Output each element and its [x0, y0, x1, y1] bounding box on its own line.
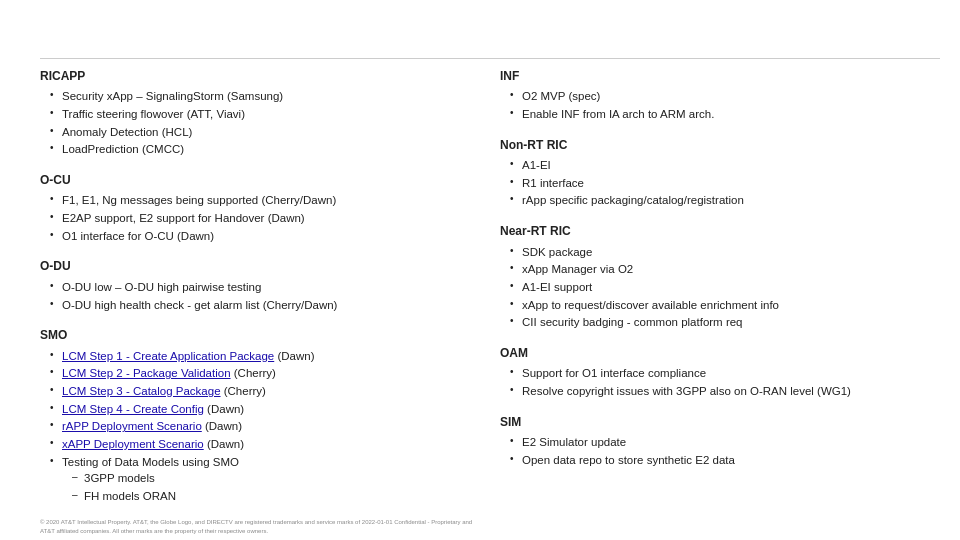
section-list-odu: O-DU low – O-DU high pairwise testingO-D…	[40, 279, 480, 313]
list-item: R1 interface	[510, 175, 940, 192]
list-item: Anomaly Detection (HCL)	[50, 124, 480, 141]
section-oam: OAMSupport for O1 interface complianceRe…	[500, 345, 940, 400]
section-title-oam: OAM	[500, 345, 940, 362]
section-title-near-rt-ric: Near-RT RIC	[500, 223, 940, 240]
section-title-smo: SMO	[40, 327, 480, 344]
list-item: A1-EI support	[510, 279, 940, 296]
list-item: Security xApp – SignalingStorm (Samsung)	[50, 88, 480, 105]
right-column: INFO2 MVP (spec)Enable INF from IA arch …	[500, 68, 940, 510]
section-list-ocu: F1, E1, Ng messages being supported (Che…	[40, 192, 480, 244]
section-non-rt-ric: Non-RT RICA1-EIR1 interfacerApp specific…	[500, 137, 940, 209]
list-item: xApp to request/discover available enric…	[510, 297, 940, 314]
list-item: LCM Step 3 - Catalog Package (Cherry)	[50, 383, 480, 400]
list-item: E2 Simulator update	[510, 434, 940, 451]
list-item: xApp Manager via O2	[510, 261, 940, 278]
section-list-non-rt-ric: A1-EIR1 interfacerApp specific packaging…	[500, 157, 940, 209]
list-item: E2AP support, E2 support for Handover (D…	[50, 210, 480, 227]
content-area: RICAPPSecurity xApp – SignalingStorm (Sa…	[40, 68, 940, 510]
left-column: RICAPPSecurity xApp – SignalingStorm (Sa…	[40, 68, 480, 510]
section-odu: O-DUO-DU low – O-DU high pairwise testin…	[40, 258, 480, 313]
section-list-sim: E2 Simulator updateOpen data repo to sto…	[500, 434, 940, 468]
list-item: Open data repo to store synthetic E2 dat…	[510, 452, 940, 469]
section-ricapp: RICAPPSecurity xApp – SignalingStorm (Sa…	[40, 68, 480, 158]
section-ocu: O-CUF1, E1, Ng messages being supported …	[40, 172, 480, 244]
sub-list: 3GPP modelsFH models ORAN	[62, 470, 480, 504]
list-item: rApp specific packaging/catalog/registra…	[510, 192, 940, 209]
list-item: A1-EI	[510, 157, 940, 174]
list-item: xAPP Deployment Scenario (Dawn)	[50, 436, 480, 453]
section-title-ricapp: RICAPP	[40, 68, 480, 85]
list-item: F1, E1, Ng messages being supported (Che…	[50, 192, 480, 209]
section-near-rt-ric: Near-RT RICSDK packagexApp Manager via O…	[500, 223, 940, 331]
section-list-oam: Support for O1 interface complianceResol…	[500, 365, 940, 399]
list-item: FH models ORAN	[72, 488, 480, 505]
list-item: O1 interface for O-CU (Dawn)	[50, 228, 480, 245]
list-item: SDK package	[510, 244, 940, 261]
list-item: Enable INF from IA arch to ARM arch.	[510, 106, 940, 123]
list-item: LoadPrediction (CMCC)	[50, 141, 480, 158]
section-inf: INFO2 MVP (spec)Enable INF from IA arch …	[500, 68, 940, 123]
section-list-inf: O2 MVP (spec)Enable INF from IA arch to …	[500, 88, 940, 122]
list-item: O-DU high health check - get alarm list …	[50, 297, 480, 314]
footer-text: © 2020 AT&T Intellectual Property. AT&T,…	[40, 518, 480, 535]
section-title-sim: SIM	[500, 414, 940, 431]
section-title-non-rt-ric: Non-RT RIC	[500, 137, 940, 154]
list-item: Resolve copyright issues with 3GPP also …	[510, 383, 940, 400]
list-item: Testing of Data Models using SMO3GPP mod…	[50, 454, 480, 505]
list-item: 3GPP models	[72, 470, 480, 487]
list-item: LCM Step 1 - Create Application Package …	[50, 348, 480, 365]
section-list-ricapp: Security xApp – SignalingStorm (Samsung)…	[40, 88, 480, 158]
section-smo: SMOLCM Step 1 - Create Application Packa…	[40, 327, 480, 504]
section-title-ocu: O-CU	[40, 172, 480, 189]
title-divider	[40, 58, 940, 59]
section-sim: SIME2 Simulator updateOpen data repo to …	[500, 414, 940, 469]
section-list-smo: LCM Step 1 - Create Application Package …	[40, 348, 480, 505]
list-item: O-DU low – O-DU high pairwise testing	[50, 279, 480, 296]
section-title-inf: INF	[500, 68, 940, 85]
list-item: O2 MVP (spec)	[510, 88, 940, 105]
list-item: CII security badging - common platform r…	[510, 314, 940, 331]
list-item: Support for O1 interface compliance	[510, 365, 940, 382]
list-item: rAPP Deployment Scenario (Dawn)	[50, 418, 480, 435]
list-item: Traffic steering flowover (ATT, Viavi)	[50, 106, 480, 123]
section-title-odu: O-DU	[40, 258, 480, 275]
list-item: LCM Step 2 - Package Validation (Cherry)	[50, 365, 480, 382]
section-list-near-rt-ric: SDK packagexApp Manager via O2A1-EI supp…	[500, 244, 940, 331]
list-item: LCM Step 4 - Create Config (Dawn)	[50, 401, 480, 418]
